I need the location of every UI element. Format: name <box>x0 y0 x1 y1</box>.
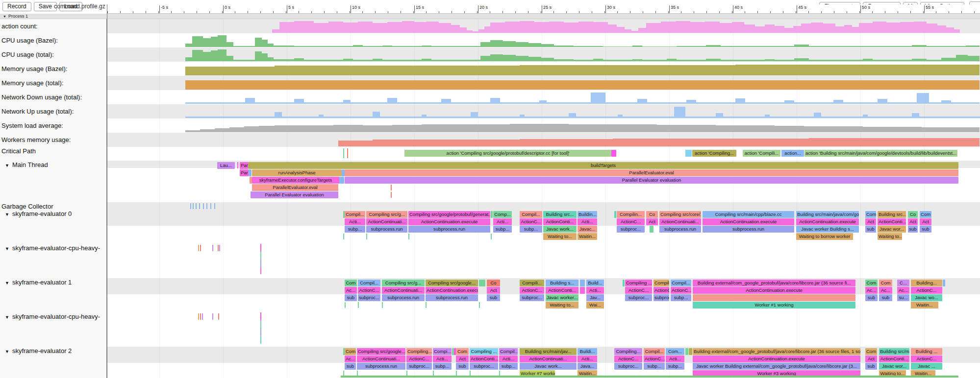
slice[interactable]: Javac work... <box>543 226 577 233</box>
slice[interactable]: Waiting to... <box>543 233 577 240</box>
slice[interactable]: ActionContinuation.execute <box>426 287 478 294</box>
slice[interactable]: action 'Compili... <box>743 150 780 157</box>
slice[interactable]: Building... <box>911 280 942 286</box>
slice[interactable]: Acti... <box>578 355 597 362</box>
slice[interactable]: Compiling src/g... <box>366 211 407 218</box>
slice[interactable]: ActionConti... <box>546 287 578 294</box>
slice[interactable]: Ac... <box>897 287 909 294</box>
slice[interactable]: ActionC... <box>520 218 542 225</box>
slice[interactable] <box>614 211 616 218</box>
slice[interactable]: Buildin... <box>578 211 597 218</box>
slice[interactable]: ActionContinuation.execute <box>703 218 794 225</box>
slice[interactable]: Compil... <box>345 211 365 218</box>
slice[interactable]: sub <box>865 363 877 370</box>
slice[interactable]: Act <box>456 355 469 362</box>
slice[interactable]: Com <box>865 280 878 286</box>
slice[interactable]: ActionC... <box>614 355 642 362</box>
slice[interactable]: Compi... <box>433 348 452 355</box>
slice[interactable] <box>580 280 585 286</box>
slice[interactable]: Javac... <box>578 226 597 233</box>
slice[interactable]: Com <box>865 211 876 218</box>
process-header[interactable]: ▼Process 1 <box>0 14 980 19</box>
slice[interactable]: Com <box>879 280 892 286</box>
slice[interactable] <box>943 280 945 286</box>
slice[interactable]: ActionC... <box>671 287 691 294</box>
slice[interactable]: Compiling src/g... <box>382 280 425 286</box>
slice[interactable]: runAnalysisPhase <box>252 169 342 176</box>
slice[interactable]: sub <box>865 226 876 233</box>
slice[interactable]: subproc... <box>358 294 380 301</box>
slice[interactable]: subp... <box>666 363 684 370</box>
slice[interactable]: Waiting to... <box>546 302 578 308</box>
slice[interactable]: ActionC... <box>653 287 669 294</box>
save-button[interactable]: Save <box>34 2 57 11</box>
slice[interactable]: Building src/main/jav... <box>520 348 577 355</box>
slice[interactable]: Javac worker Building s... <box>796 226 859 233</box>
slice[interactable] <box>249 169 251 176</box>
slice[interactable]: Waiting to... <box>878 233 902 240</box>
slice[interactable]: ActionC... <box>644 355 665 362</box>
slice[interactable]: Building external/com_google_protobuf/ja… <box>693 280 855 286</box>
slice[interactable]: Javac worker... <box>546 294 578 301</box>
slice[interactable]: subprocess.run <box>426 294 478 301</box>
slice[interactable]: Waiting to borrow worker <box>796 233 853 240</box>
slice[interactable]: ActionContinuati... <box>382 287 425 294</box>
slice[interactable]: Act <box>646 218 658 225</box>
slice[interactable]: su... <box>897 294 909 301</box>
slice[interactable]: Act <box>908 218 918 225</box>
track-label-skyframe-evaluator-2[interactable]: ▼skyframe-evaluator 2 <box>1 347 72 354</box>
slice[interactable]: Building src/ma... <box>879 348 909 355</box>
slice[interactable]: ActionConti... <box>470 355 498 362</box>
track-label-skyframe-evaluator-cpu-heavy[interactable]: ▼skyframe-evaluator-cpu-heavy- <box>1 313 100 320</box>
slice[interactable]: subprocess.run <box>408 226 490 233</box>
slice[interactable]: ActionC... <box>358 287 380 294</box>
slice[interactable]: sub <box>487 294 500 301</box>
slice[interactable]: subp... <box>520 226 542 233</box>
slice[interactable]: Act <box>865 355 877 362</box>
slice[interactable]: Par <box>240 169 249 176</box>
slice[interactable]: Compiling src/google/protobuf/generat... <box>408 211 490 218</box>
slice[interactable]: action 'Building src/main/java/com/googl… <box>804 150 957 157</box>
slice[interactable]: Javac wor... <box>879 363 909 370</box>
slice[interactable]: Compiling src/google... <box>426 280 478 286</box>
slice[interactable]: Parallel Evaluator evaluation <box>251 191 338 198</box>
slice[interactable] <box>623 280 625 286</box>
slice[interactable]: Acti... <box>666 355 684 362</box>
slice[interactable]: Act <box>865 218 876 225</box>
slice[interactable]: subprocess.run <box>382 294 425 301</box>
track-label-skyframe-evaluator-0[interactable]: ▼skyframe-evaluator 0 <box>1 210 72 217</box>
slice[interactable]: ParallelEvaluator.eval <box>345 169 958 176</box>
slice[interactable]: subp... <box>499 363 518 370</box>
slice[interactable]: sub <box>345 363 356 370</box>
slice[interactable]: subprocess.run <box>357 363 405 370</box>
slice[interactable]: Com <box>865 348 877 355</box>
slice[interactable]: subproc... <box>470 363 498 370</box>
slice[interactable]: ActionContinuati... <box>659 218 701 225</box>
track-label-skyframe-evaluator-cpu-heavy[interactable]: ▼skyframe-evaluator-cpu-heavy- <box>1 244 100 252</box>
slice[interactable]: Act <box>487 287 500 294</box>
slice[interactable]: Compiling ... <box>625 280 652 286</box>
slice[interactable] <box>689 348 692 355</box>
timeline-ruler[interactable]: -5 s0 s5 s10 s15 s20 s25 s30 s35 s40 s45… <box>107 4 980 14</box>
slice[interactable]: Building src... <box>543 211 577 218</box>
slice[interactable]: Acti... <box>433 355 452 362</box>
slice[interactable]: subproc... <box>625 294 652 301</box>
slice[interactable]: Compiling src/google... <box>357 348 405 355</box>
slice[interactable]: ActionContinuati... <box>366 218 407 225</box>
slice[interactable]: Co <box>487 280 500 286</box>
slice[interactable]: ActionC... <box>406 355 432 362</box>
slice[interactable]: Com... <box>666 348 684 355</box>
slice[interactable]: subprocess.run <box>366 226 407 233</box>
slice[interactable]: Com <box>456 348 469 355</box>
track-label-skyframe-evaluator-1[interactable]: ▼skyframe-evaluator 1 <box>1 279 72 286</box>
slice[interactable]: Compili... <box>520 280 544 286</box>
slice[interactable]: subproc... <box>406 363 432 370</box>
slice[interactable]: Acti... <box>578 218 597 225</box>
slice[interactable]: Building ... <box>911 348 942 355</box>
slice[interactable]: subprocess.run <box>703 226 794 233</box>
slice[interactable]: Javac ... <box>911 363 942 370</box>
slice[interactable]: Compilin... <box>653 280 669 286</box>
slice[interactable] <box>580 287 585 294</box>
slice[interactable]: subp... <box>644 363 665 370</box>
slice[interactable]: Building src... <box>878 211 906 218</box>
